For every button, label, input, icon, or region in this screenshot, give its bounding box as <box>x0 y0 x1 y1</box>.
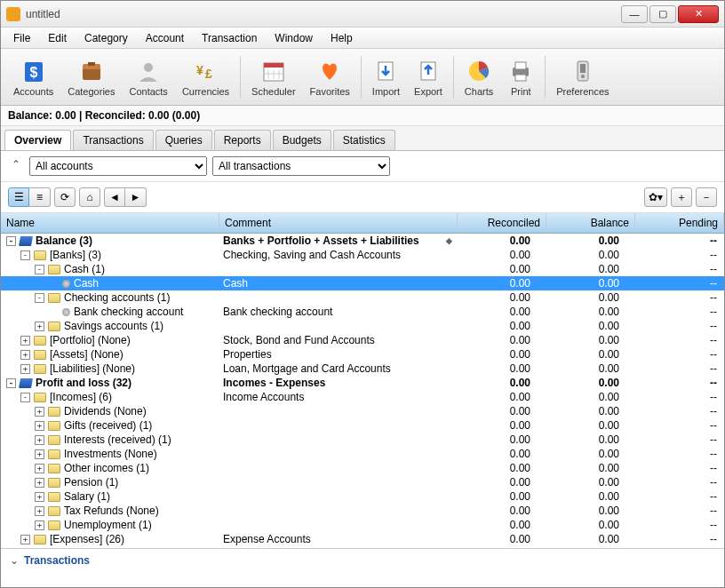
row-reconciled: 0.00 <box>458 475 546 489</box>
expand-toggle[interactable]: + <box>35 449 44 459</box>
toolbar-import-button[interactable]: Import <box>365 56 407 99</box>
tree-row[interactable]: CashCash0.000.00-- <box>1 276 724 290</box>
row-balance: 0.00 <box>546 347 635 362</box>
menu-edit[interactable]: Edit <box>41 30 74 46</box>
expand-toggle[interactable]: - <box>20 393 30 402</box>
minimize-button[interactable]: — <box>621 5 648 23</box>
expand-toggle[interactable]: + <box>20 350 30 360</box>
expand-toggle[interactable]: + <box>20 364 30 374</box>
transactions-panel-toggle[interactable]: ⌄ Transactions <box>1 548 724 572</box>
expand-toggle[interactable]: - <box>6 236 16 246</box>
nav-forward-button[interactable]: ► <box>125 187 147 207</box>
tree-row[interactable]: -Cash (1)0.000.00-- <box>1 262 724 276</box>
tree-row[interactable]: +Salary (1)0.000.00-- <box>1 489 724 504</box>
row-comment: Banks + Portfolio + Assets + Liabilities… <box>219 234 458 248</box>
nav-back-button[interactable]: ◄ <box>104 187 125 207</box>
toolbar-currencies-button[interactable]: ¥£Currencies <box>175 56 236 99</box>
row-reconciled: 0.00 <box>458 390 546 404</box>
home-button[interactable]: ⌂ <box>79 187 100 207</box>
tab-transactions[interactable]: Transactions <box>73 130 153 150</box>
toolbar-favorites-button[interactable]: Favorites <box>303 56 357 99</box>
refresh-button[interactable]: ⟳ <box>54 187 76 207</box>
toolbar-preferences-button[interactable]: Preferences <box>549 56 616 99</box>
tree-row[interactable]: +[Expenses] (26)Expense Accounts0.000.00… <box>1 532 724 546</box>
menu-category[interactable]: Category <box>77 30 135 46</box>
toolbar-contacts-button[interactable]: Contacts <box>122 56 174 99</box>
menu-help[interactable]: Help <box>323 30 360 46</box>
menu-account[interactable]: Account <box>139 30 191 46</box>
view-list-icons-button[interactable]: ☰ <box>8 187 29 207</box>
col-balance[interactable]: Balance <box>546 213 635 233</box>
expand-toggle[interactable]: - <box>35 293 44 303</box>
tree-row[interactable]: +Unemployment (1)0.000.00-- <box>1 518 724 532</box>
tree-row[interactable]: +Pension (1)0.000.00-- <box>1 475 724 489</box>
expand-toggle[interactable]: + <box>20 535 30 544</box>
expand-toggle[interactable]: + <box>35 478 44 488</box>
expand-toggle[interactable]: - <box>6 378 16 388</box>
remove-button[interactable]: － <box>696 187 717 207</box>
row-name: Profit and loss (32) <box>36 376 131 390</box>
account-tree[interactable]: -Balance (3)Banks + Portfolio + Assets +… <box>1 234 724 548</box>
view-list-simple-button[interactable]: ≡ <box>29 187 51 207</box>
expand-toggle[interactable]: + <box>35 407 44 417</box>
toolbar-export-button[interactable]: Export <box>407 56 450 99</box>
accounts-filter-select[interactable]: All accounts <box>29 156 207 176</box>
expand-toggle[interactable]: + <box>35 322 44 331</box>
folder-icon <box>48 293 60 303</box>
collapse-filter-icon[interactable]: ⌃ <box>8 158 24 174</box>
folder-icon <box>48 435 60 445</box>
tree-row[interactable]: -Checking accounts (1)0.000.00-- <box>1 290 724 305</box>
tree-row[interactable]: +Gifts (received) (1)0.000.00-- <box>1 418 724 433</box>
expand-toggle[interactable]: + <box>35 506 44 516</box>
col-pending[interactable]: Pending <box>635 213 724 233</box>
expand-toggle[interactable]: + <box>20 336 30 346</box>
tree-row[interactable]: +Interests (received) (1)0.000.00-- <box>1 433 724 447</box>
expand-toggle[interactable]: + <box>35 520 44 530</box>
row-reconciled: 0.00 <box>458 404 546 418</box>
expand-toggle[interactable]: + <box>35 464 44 473</box>
menu-transaction[interactable]: Transaction <box>195 30 264 46</box>
tab-reports[interactable]: Reports <box>214 130 271 150</box>
tab-queries[interactable]: Queries <box>155 130 212 150</box>
toolbar-categories-button[interactable]: Categories <box>60 56 122 99</box>
tree-row[interactable]: Bank checking accountBank checking accou… <box>1 305 724 319</box>
tree-row[interactable]: +Investments (None)0.000.00-- <box>1 447 724 461</box>
add-button[interactable]: ＋ <box>671 187 692 207</box>
close-button[interactable]: ✕ <box>678 5 719 23</box>
menu-window[interactable]: Window <box>267 30 320 46</box>
tree-row[interactable]: -[Banks] (3)Checking, Saving and Cash Ac… <box>1 248 724 262</box>
settings-gear-button[interactable]: ✿▾ <box>644 187 667 207</box>
transactions-filter-select[interactable]: All transactions <box>212 156 390 176</box>
toolbar-charts-button[interactable]: Charts <box>458 56 500 99</box>
col-reconciled[interactable]: Reconciled <box>458 213 546 233</box>
tree-row[interactable]: +Dividends (None)0.000.00-- <box>1 404 724 418</box>
col-comment[interactable]: Comment <box>219 213 458 233</box>
toolbar-accounts-button[interactable]: $Accounts <box>6 56 60 99</box>
tree-row[interactable]: -Balance (3)Banks + Portfolio + Assets +… <box>1 234 724 248</box>
tree-row[interactable]: +Tax Refunds (None)0.000.00-- <box>1 504 724 518</box>
tab-statistics[interactable]: Statistics <box>333 130 395 150</box>
expand-toggle[interactable]: + <box>35 492 44 502</box>
toolbar-print-button[interactable]: Print <box>500 56 541 99</box>
row-balance: 0.00 <box>546 475 635 489</box>
tab-budgets[interactable]: Budgets <box>273 130 331 150</box>
expand-toggle[interactable]: + <box>35 421 44 431</box>
expand-toggle[interactable]: - <box>35 265 44 274</box>
tree-row[interactable]: -Profit and loss (32)Incomes - Expenses0… <box>1 376 724 390</box>
col-name[interactable]: Name <box>1 213 219 233</box>
tree-row[interactable]: +[Portfolio] (None)Stock, Bond and Fund … <box>1 333 724 347</box>
tab-overview[interactable]: Overview <box>4 130 71 150</box>
tree-row[interactable]: +Savings accounts (1)0.000.00-- <box>1 319 724 333</box>
tree-row[interactable]: +[Liabilities] (None)Loan, Mortgage and … <box>1 362 724 376</box>
expand-toggle[interactable]: - <box>20 250 30 260</box>
row-reconciled: 0.00 <box>458 504 546 518</box>
tree-row[interactable]: +[Assets] (None)Properties0.000.00-- <box>1 347 724 362</box>
menu-file[interactable]: File <box>6 30 37 46</box>
toolbar-scheduler-button[interactable]: Scheduler <box>244 56 303 99</box>
row-pending: -- <box>635 390 724 404</box>
tree-row[interactable]: +Other incomes (1)0.000.00-- <box>1 461 724 475</box>
maximize-button[interactable]: ▢ <box>649 5 676 23</box>
expand-toggle[interactable]: + <box>35 435 44 445</box>
tree-row[interactable]: -[Incomes] (6)Income Accounts0.000.00-- <box>1 390 724 404</box>
row-comment: Stock, Bond and Fund Accounts <box>219 333 458 347</box>
